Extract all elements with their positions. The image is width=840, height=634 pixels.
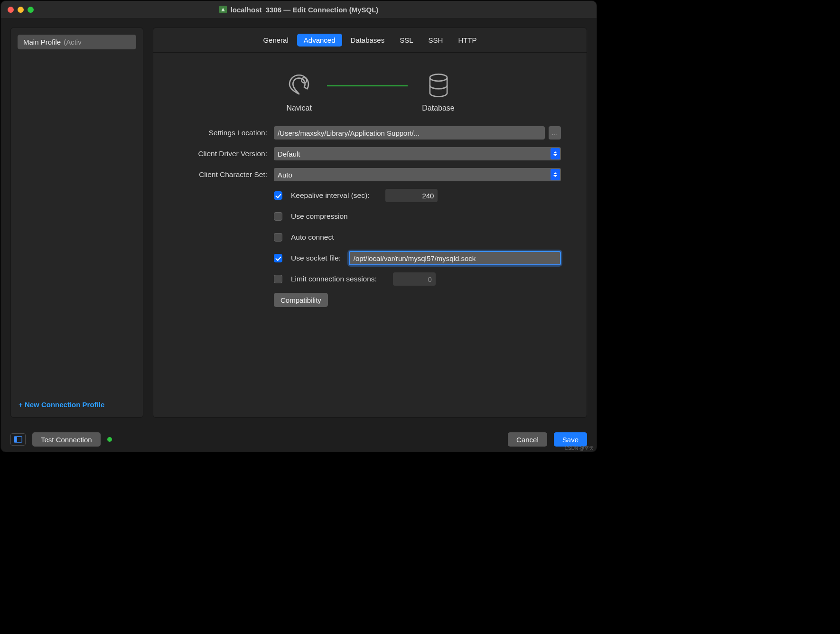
zoom-window-icon[interactable] — [28, 7, 34, 13]
svg-rect-3 — [14, 437, 17, 442]
close-window-icon[interactable] — [8, 7, 14, 13]
tab-general[interactable]: General — [256, 34, 295, 47]
profile-item-name: Main Profile — [23, 38, 61, 46]
select-arrows-icon — [551, 169, 560, 180]
auto-connect-checkbox[interactable] — [274, 233, 282, 242]
watermark: CSDN @至天 — [565, 445, 594, 452]
keepalive-label: Keepalive interval (sec): — [291, 191, 369, 200]
client-driver-select[interactable]: Default — [274, 147, 561, 160]
sidebar-toggle-button[interactable] — [10, 433, 26, 446]
select-arrows-icon — [551, 148, 560, 159]
tab-ssh[interactable]: SSH — [422, 34, 450, 47]
graphic-database-label: Database — [422, 104, 455, 112]
sidebar-toggle-icon — [14, 436, 22, 443]
graphic-navicat-node: Navicat — [285, 72, 313, 112]
profile-list: Main Profile (Activ — [11, 28, 143, 394]
settings-location-browse-button[interactable]: … — [549, 126, 561, 140]
profiles-sidebar: Main Profile (Activ + New Connection Pro… — [10, 28, 143, 418]
tab-bar: General Advanced Databases SSL SSH HTTP — [153, 28, 587, 53]
connection-graphic: Navicat Database — [153, 53, 587, 121]
client-charset-select[interactable]: Auto — [274, 168, 561, 181]
limit-sessions-label: Limit connection sessions: — [291, 275, 377, 283]
client-charset-value: Auto — [278, 171, 292, 179]
settings-location-input[interactable] — [274, 126, 545, 140]
use-compression-label: Use compression — [291, 212, 348, 221]
client-driver-value: Default — [278, 150, 300, 158]
keepalive-value-input[interactable] — [385, 189, 438, 202]
advanced-form: Settings Location: … Client Driver Versi… — [153, 121, 587, 314]
compatibility-button[interactable]: Compatibility — [274, 293, 328, 307]
navicat-app-icon — [219, 6, 227, 13]
keepalive-checkbox[interactable] — [274, 191, 282, 200]
tab-databases[interactable]: Databases — [344, 34, 392, 47]
tab-advanced[interactable]: Advanced — [297, 34, 342, 47]
new-connection-profile-button[interactable]: + New Connection Profile — [11, 394, 143, 417]
main-panel: General Advanced Databases SSL SSH HTTP … — [153, 28, 587, 418]
profile-item-main[interactable]: Main Profile (Activ — [18, 35, 136, 49]
tab-ssl[interactable]: SSL — [393, 34, 420, 47]
navicat-icon — [285, 72, 313, 99]
window-title: localhost_3306 — Edit Connection (MySQL) — [1, 6, 597, 14]
graphic-navicat-label: Navicat — [287, 104, 312, 112]
use-compression-checkbox[interactable] — [274, 212, 282, 221]
save-button[interactable]: Save — [554, 432, 587, 447]
cancel-button[interactable]: Cancel — [508, 432, 547, 447]
client-driver-label: Client Driver Version: — [179, 149, 274, 158]
tab-http[interactable]: HTTP — [451, 34, 483, 47]
socket-file-input[interactable] — [349, 251, 561, 265]
test-connection-button[interactable]: Test Connection — [32, 432, 101, 447]
limit-sessions-input[interactable] — [393, 272, 436, 286]
minimize-window-icon[interactable] — [18, 7, 24, 13]
profile-item-hint: (Activ — [64, 38, 82, 46]
database-icon — [425, 72, 452, 99]
connection-status-indicator — [107, 437, 112, 442]
svg-point-1 — [429, 74, 447, 81]
client-charset-label: Client Character Set: — [179, 170, 274, 179]
connection-line-icon — [327, 85, 408, 86]
auto-connect-label: Auto connect — [291, 233, 334, 242]
settings-location-label: Settings Location: — [179, 129, 274, 137]
graphic-database-node: Database — [422, 72, 455, 112]
use-socket-label: Use socket file: — [291, 254, 345, 262]
window-controls — [8, 7, 34, 13]
footer: Test Connection Cancel Save — [1, 427, 597, 452]
use-socket-checkbox[interactable] — [274, 254, 282, 262]
titlebar: localhost_3306 — Edit Connection (MySQL) — [1, 1, 597, 18]
edit-connection-window: localhost_3306 — Edit Connection (MySQL)… — [1, 1, 597, 452]
limit-sessions-checkbox[interactable] — [274, 275, 282, 283]
window-title-text: localhost_3306 — Edit Connection (MySQL) — [231, 6, 379, 14]
